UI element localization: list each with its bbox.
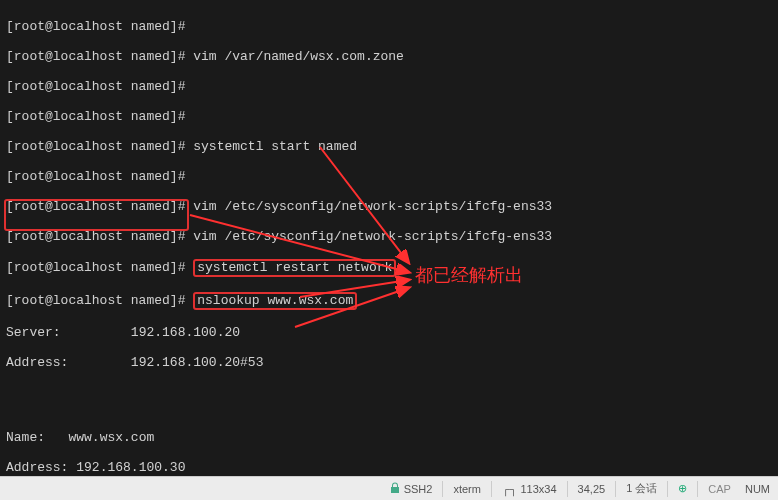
plus-icon[interactable]: ⊕ <box>678 482 687 495</box>
svg-line-3 <box>295 288 408 327</box>
lock-icon <box>389 482 401 496</box>
status-ssh: SSH2 <box>385 482 437 496</box>
svg-line-0 <box>320 147 408 262</box>
grid-icon: ┌┐ <box>502 483 518 495</box>
status-cap: CAP <box>704 483 735 495</box>
status-size: ┌┐ 113x34 <box>498 483 561 495</box>
svg-line-1 <box>190 215 408 272</box>
status-num: NUM <box>741 483 774 495</box>
status-term: xterm <box>449 483 485 495</box>
status-cursor: 34,25 <box>574 483 610 495</box>
status-session: 1 会话 <box>622 481 661 496</box>
terminal-output[interactable]: [root@localhost named]# [root@localhost … <box>0 0 778 476</box>
status-bar: SSH2 xterm ┌┐ 113x34 34,25 1 会话 ⊕ CAP NU… <box>0 476 778 500</box>
arrow-icon <box>0 0 778 476</box>
